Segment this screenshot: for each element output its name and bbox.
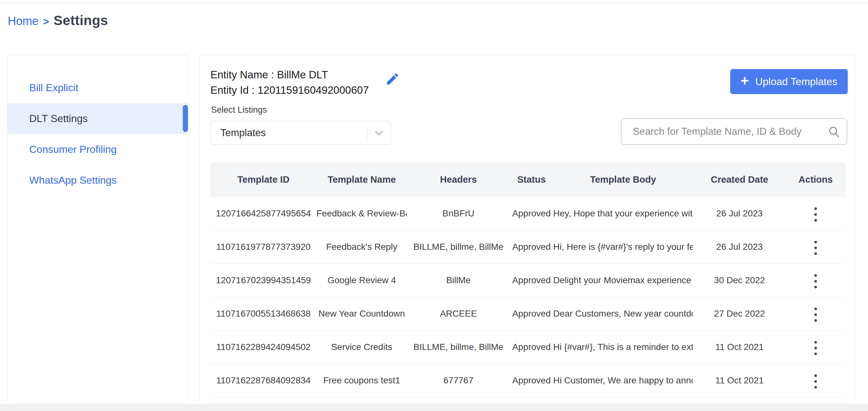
cell-id: 1107161977877373920	[210, 242, 316, 252]
cell-status: Approved	[510, 242, 553, 252]
table-row: 1107161977877373920Feedback's ReplyBILLM…	[210, 230, 845, 264]
bottom-scroll-track[interactable]	[0, 405, 868, 411]
sidebar-item-dlt-settings[interactable]: DLT Settings	[7, 103, 188, 134]
select-listings-label: Select Listings	[211, 105, 267, 115]
cell-headers: 677767	[407, 375, 510, 386]
cell-actions	[786, 336, 845, 358]
cell-status: Approved	[510, 209, 553, 219]
column-header: Template ID	[210, 175, 316, 185]
cell-status: Approved	[510, 275, 553, 285]
cell-headers: BillMe	[407, 275, 510, 285]
table-row: 1107162289424094502Service CreditsBILLME…	[210, 330, 845, 364]
dlt-settings-panel: Entity Name : BillMe DLT Entity Id : 120…	[199, 55, 855, 403]
breadcrumb: Home > Settings	[8, 13, 108, 28]
listings-dropdown[interactable]: Templates	[210, 121, 391, 145]
cell-id: 1207166425877495654	[210, 209, 316, 219]
table-row: 1207166425877495654Feedback & Review-B&B…	[210, 197, 845, 230]
cell-body: Hi, Here is {#var#}'s reply to your fe…	[553, 242, 693, 252]
cell-name: Feedback's Reply	[316, 242, 407, 252]
cell-id: 1107162289424094502	[210, 342, 316, 352]
cell-body: Dear Customers, New year countdo…	[553, 309, 693, 319]
table-body: 1207166425877495654Feedback & Review-B&B…	[210, 197, 845, 397]
kebab-vertical-icon[interactable]	[810, 204, 822, 225]
cell-actions	[786, 202, 845, 225]
column-header: Headers	[407, 175, 510, 185]
kebab-vertical-icon[interactable]	[810, 371, 822, 392]
entity-name-label: Entity Name :	[210, 69, 274, 81]
cell-id: 1107162287684092834	[210, 375, 316, 386]
table-header-row: Template IDTemplate NameHeadersStatusTem…	[210, 162, 845, 197]
cell-created: 11 Oct 2021	[693, 342, 786, 352]
breadcrumb-home-link[interactable]: Home	[8, 14, 38, 28]
top-divider	[0, 3, 868, 3]
table-row: 1207167023994351459Google Review 4BillMe…	[210, 264, 845, 297]
upload-templates-label: Upload Templates	[755, 76, 837, 88]
column-header: Created Date	[693, 175, 786, 185]
cell-name: Free coupons test1	[316, 375, 407, 386]
cell-name: Service Credits	[316, 342, 407, 352]
settings-sidebar: Bill Explicit DLT Settings Consumer Prof…	[7, 55, 188, 403]
cell-actions	[786, 302, 845, 325]
cell-headers: BILLME, billme, BillMe	[407, 342, 510, 352]
cell-name: Google Review 4	[316, 275, 407, 285]
magnifier-icon[interactable]	[821, 125, 847, 138]
cell-created: 26 Jul 2023	[693, 242, 786, 252]
upload-templates-button[interactable]: + Upload Templates	[730, 69, 848, 94]
table-row: 1107167005513468638New Year CountdownARC…	[210, 297, 845, 330]
pencil-icon[interactable]	[385, 72, 400, 86]
entity-name-value: BillMe DLT	[277, 69, 328, 81]
entity-id-value: 1201159160492000607	[258, 84, 369, 96]
kebab-vertical-icon[interactable]	[810, 238, 822, 258]
cell-body: Hi Customer, We are happy to anno…	[553, 375, 693, 386]
search-input[interactable]	[621, 126, 821, 137]
column-header: Template Name	[316, 175, 407, 185]
sidebar-item-bill-explicit[interactable]: Bill Explicit	[7, 72, 188, 103]
cell-status: Approved	[510, 375, 553, 386]
table-row: 1107162287684092834Free coupons test1677…	[210, 364, 845, 397]
plus-icon: +	[741, 74, 749, 88]
chevron-down-icon	[368, 127, 391, 139]
cell-body: Hey, Hope that your experience with…	[553, 209, 693, 219]
cell-actions	[786, 235, 845, 258]
kebab-vertical-icon[interactable]	[810, 305, 822, 325]
cell-headers: ARCEEE	[407, 309, 510, 319]
entity-name-line: Entity Name : BillMe DLT	[210, 67, 369, 83]
template-search	[621, 119, 847, 145]
entity-info: Entity Name : BillMe DLT Entity Id : 120…	[210, 67, 369, 98]
entity-id-line: Entity Id : 1201159160492000607	[210, 83, 369, 98]
cell-id: 1107167005513468638	[210, 309, 316, 319]
templates-table: Template IDTemplate NameHeadersStatusTem…	[210, 162, 845, 397]
column-header: Template Body	[553, 175, 693, 185]
kebab-vertical-icon[interactable]	[810, 338, 822, 358]
cell-status: Approved	[510, 342, 553, 352]
cell-name: New Year Countdown	[316, 309, 407, 319]
cell-created: 11 Oct 2021	[693, 375, 786, 386]
cell-actions	[786, 269, 845, 291]
cell-body: Hi {#var#}, This is a reminder to ext…	[553, 342, 693, 352]
entity-id-label: Entity Id :	[210, 84, 255, 96]
kebab-vertical-icon[interactable]	[810, 271, 822, 291]
sidebar-item-consumer-profiling[interactable]: Consumer Profiling	[7, 134, 188, 165]
cell-headers: BILLME, billme, BillMe	[407, 242, 510, 252]
cell-id: 1207167023994351459	[210, 275, 316, 285]
cell-actions	[786, 369, 845, 392]
page-title: Settings	[54, 13, 108, 28]
cell-body: Delight your Moviemax experience …	[553, 275, 693, 285]
column-header: Status	[510, 175, 553, 185]
cell-created: 26 Jul 2023	[693, 209, 786, 219]
cell-name: Feedback & Review-B&B	[316, 209, 407, 219]
cell-created: 27 Dec 2022	[693, 309, 786, 319]
column-header: Actions	[786, 175, 845, 185]
sidebar-item-whatsapp-settings[interactable]: WhatsApp Settings	[7, 165, 188, 195]
listings-dropdown-value: Templates	[211, 127, 367, 139]
cell-created: 30 Dec 2022	[693, 275, 786, 285]
cell-status: Approved	[510, 309, 553, 319]
breadcrumb-separator: >	[43, 16, 49, 28]
cell-headers: BnBFrU	[407, 209, 510, 219]
